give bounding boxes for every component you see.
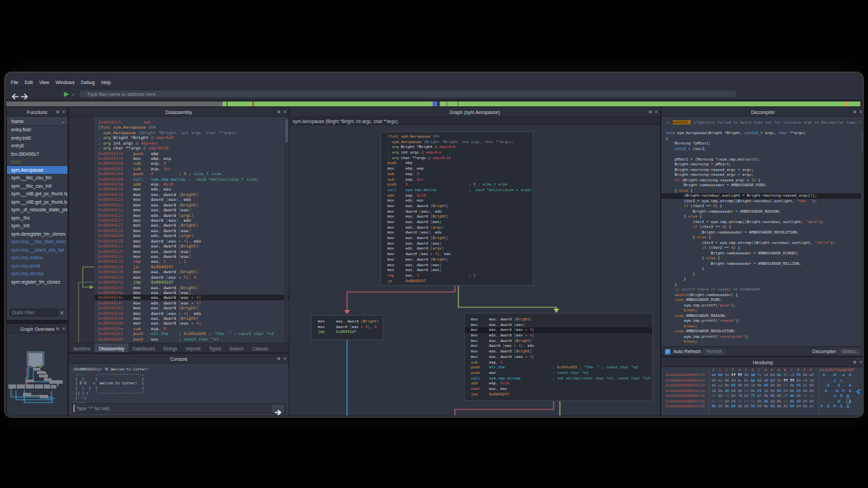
- disasm-line[interactable]: 0x0804923b mov dword [eax + 8], 0: [69, 275, 289, 279]
- disasm-line[interactable]: 0x08049229 mov dword [eax + 4], edx: [69, 238, 289, 243]
- function-item[interactable]: sym.__x86.get_pc_thunk.bx: [7, 198, 67, 206]
- graph-asm-line[interactable]: mov edx, dword [eax + 4]: [465, 333, 652, 339]
- decompiler-line[interactable]: if (iVar2 == 0) {: [661, 245, 864, 251]
- float-icon[interactable]: [853, 361, 856, 364]
- menu-help[interactable]: Help: [98, 77, 114, 85]
- disasm-line[interactable]: 0x0804922c mov eax, dword [Bright]: [69, 243, 289, 248]
- functions-name-header[interactable]: Name⌄: [7, 117, 67, 126]
- function-item[interactable]: sym.imp.printf: [7, 262, 67, 270]
- decompiler-line[interactable]: Bright->ambassador = AMBASSADOR_ECHOES;: [661, 251, 864, 257]
- graph-asm-line[interactable]: ; arg int argc @ ebp+0xc: [381, 150, 533, 156]
- graph-asm-line[interactable]: mov eax, dword [eax]: [381, 268, 533, 273]
- disasm-line[interactable]: 0x08049215 mov dword [eax], edx: [69, 197, 289, 202]
- quick-filter-input[interactable]: [9, 309, 58, 316]
- disasm-line[interactable]: 0x080491fd push ebp: [69, 151, 289, 156]
- disasm-line[interactable]: 0x08049261 push str.the ; 0x804a008 ; "t…: [69, 331, 289, 336]
- decompiler-line[interactable]: case AMBASSADOR_REASON:: [661, 314, 864, 319]
- function-item[interactable]: sym.imp.strcmp: [7, 270, 67, 278]
- graph-asm-line[interactable]: mov ebp, esp: [381, 166, 533, 172]
- graph-asm-line[interactable]: push ebp: [381, 161, 533, 166]
- function-item[interactable]: sym.imp.__stack_chk_fail: [7, 246, 67, 254]
- graph-asm-line[interactable]: mov eax, dword [eax + 4]: [465, 327, 652, 333]
- close-icon[interactable]: ✕: [654, 110, 658, 114]
- decompiler-line[interactable]: }: [661, 272, 864, 277]
- disasm-line[interactable]: ; arg char **argv @ ebp+0x10: [69, 145, 289, 150]
- graph-asm-line[interactable]: sub esp, 0xc: [381, 177, 533, 183]
- hexdump-row[interactable]: 0x000000000804920083 ec 08 83 ec 0c 6a 0…: [661, 378, 864, 383]
- decompiler-line[interactable]: } else {: [661, 256, 864, 261]
- graph-asm-line[interactable]: sub esp, 8: [465, 360, 652, 366]
- disassembly-listing[interactable]: 0x080491fc ret(fcn) sym.Aeropause 364 sy…: [69, 117, 289, 343]
- menu-file[interactable]: File: [8, 77, 22, 85]
- close-icon[interactable]: ✕: [859, 360, 862, 364]
- disasm-line[interactable]: 0x08049217 mov eax, dword [Bright]: [69, 202, 289, 207]
- decompiler-line[interactable]: Bright->morning->saved_argc = argc;: [661, 168, 864, 173]
- decompiler-line[interactable]: } else {: [661, 235, 864, 241]
- hexdump-row[interactable]: 0x000000000804925050 04 8b 45 08 89 50 0…: [661, 404, 864, 409]
- float-icon[interactable]: [56, 327, 59, 330]
- graph-canvas[interactable]: (fcn) sym.Aeropause 364 sym.Aeropause (B…: [289, 125, 660, 416]
- disasm-line[interactable]: 0x08049238 mov eax, dword [Bright]: [69, 269, 289, 274]
- graph-asm-line[interactable]: call sym.imp.strcmp ; int strcmp(const c…: [465, 376, 652, 382]
- decompiler-line[interactable]: pMVar1 = (Morning *)sym.imp.malloc(8);: [661, 157, 864, 163]
- decompiler-line[interactable]: iVar2 = sym.imp.strcmp((Bright->window).…: [661, 241, 864, 246]
- graph-asm-line[interactable]: mov edx, dword [argv]: [381, 246, 533, 252]
- graph-asm-line[interactable]: push 8 ; 8 ; size_t size: [381, 182, 533, 188]
- graph-asm-line[interactable]: sub esp, 8: [381, 172, 533, 177]
- function-item[interactable]: sym.__x86.get_pc_thunk.bp: [7, 190, 67, 198]
- function-item[interactable]: sym._fini: [7, 214, 67, 222]
- disasm-line[interactable]: 0x080491fe mov ebp, esp: [69, 156, 289, 161]
- function-item[interactable]: sym.Aeropause: [7, 166, 67, 174]
- close-icon[interactable]: ✕: [859, 110, 862, 114]
- decompiler-line[interactable]: iVar2 = sym.imp.strcmp((Bright->window).…: [661, 220, 864, 225]
- menu-windows[interactable]: Windows: [52, 77, 78, 85]
- scrollbar-thumb[interactable]: [862, 131, 865, 153]
- tab-imports[interactable]: Imports: [182, 343, 205, 352]
- decompiler-scrollbar[interactable]: [861, 117, 864, 346]
- disasm-line[interactable]: 0x08049252 mov eax, dword [Bright]: [69, 305, 289, 310]
- tab-types[interactable]: Types: [205, 343, 225, 352]
- hexdump-row[interactable]: 0x00000000080491f0e8 6b fe ff ff 8b 4d f…: [661, 373, 864, 377]
- disasm-line[interactable]: 0x08049206 push 8 ; 8 ; size_t size: [69, 171, 289, 176]
- play-dropdown-chevron-icon[interactable]: ⌄: [71, 90, 75, 98]
- auto-refresh-checkbox[interactable]: ✓: [665, 349, 670, 355]
- graph-asm-line[interactable]: jmp 0x80492d7: [312, 330, 383, 335]
- disasm-line[interactable]: 0x08049231 mov eax, dword [eax]: [69, 254, 289, 259]
- decompiler-line[interactable]: Bright->ambassador = AMBASSADOR_MILLION;: [661, 261, 864, 267]
- graph-asm-line[interactable]: mov dword [eax], edx: [381, 209, 533, 215]
- debug-play-icon[interactable]: ▶: [64, 89, 69, 98]
- decompiler-line[interactable]: }: [661, 266, 864, 272]
- function-item[interactable]: sym.imp.malloc: [7, 254, 67, 262]
- disasm-line[interactable]: 0x0804921c mov edx, dword [argc]: [69, 213, 289, 218]
- tab-search[interactable]: Search: [225, 343, 248, 352]
- decompiler-line[interactable]: Bright->morning->saved_argv = argv;: [661, 172, 864, 178]
- decompiler-line[interactable]: {: [661, 136, 864, 142]
- decompiler-line[interactable]: // WARNING: [r2ghidra] Failed to match t…: [661, 120, 864, 126]
- disasm-line[interactable]: 0x08049212 mov eax, dword [Bright]: [69, 192, 289, 197]
- decompiler-line[interactable]: (Bright->window).sunlight = Bright->morn…: [661, 193, 864, 199]
- decompiler-line[interactable]: break;: [661, 308, 864, 314]
- decompiler-line[interactable]: sym.imp.printf("reason");: [661, 318, 864, 324]
- disasm-line[interactable]: 0x0804924f mov edx, dword [eax + 4]: [69, 300, 289, 305]
- disasm-line[interactable]: 0x08049200 sub esp, 8: [69, 161, 289, 165]
- disasm-line[interactable]: ; arg Bright *Bright @ ebp+0x8: [69, 135, 289, 140]
- graph-asm-line[interactable]: mov eax, dword [Bright]: [381, 257, 533, 263]
- decompiler-line[interactable]: if (iVar2 == 0) {: [661, 204, 864, 209]
- graph-asm-line[interactable]: add esp, 0x10: [381, 193, 533, 199]
- disasm-line[interactable]: 0x08049210 mov edx, eax: [69, 186, 289, 191]
- decompiler-line[interactable]: case AMBASSADOR_PURE:: [661, 298, 864, 303]
- disasm-line[interactable]: 0x0804921a mov eax, dword [eax]: [69, 207, 289, 212]
- tab-dashboard[interactable]: Dashboard: [129, 343, 159, 352]
- hexdump-row[interactable]: 0x000000000804922010 8b 45 08 8b 00 8b 5…: [661, 389, 864, 393]
- hexdump-row[interactable]: 0x000000000804923000 8b 00 83 f8 01 77 0…: [661, 393, 864, 398]
- disasm-line[interactable]: 0x08049242 jmp 0x80492d7: [69, 279, 289, 284]
- scrollbar-thumb[interactable]: [285, 119, 288, 143]
- decompiler-code[interactable]: // WARNING: [r2ghidra] Failed to match t…: [661, 117, 864, 346]
- decompiler-line[interactable]: void sym.Aeropause(Bright *Bright, uint3…: [661, 131, 864, 136]
- disassembly-code[interactable]: 0x080491fc ret(fcn) sym.Aeropause 364 sy…: [69, 120, 289, 341]
- disasm-line[interactable]: (fcn) sym.Aeropause 364: [69, 124, 289, 129]
- graph-asm-line[interactable]: call sym.imp.malloc ; void *malloc(size_…: [381, 188, 533, 193]
- graph-asm-line[interactable]: mov dword [eax + 4], edx: [381, 252, 533, 257]
- graph-asm-line[interactable]: mov dword [eax + 4], edx: [465, 343, 652, 349]
- decompiler-line[interactable]: sym.imp.printf("revolution");: [661, 334, 864, 340]
